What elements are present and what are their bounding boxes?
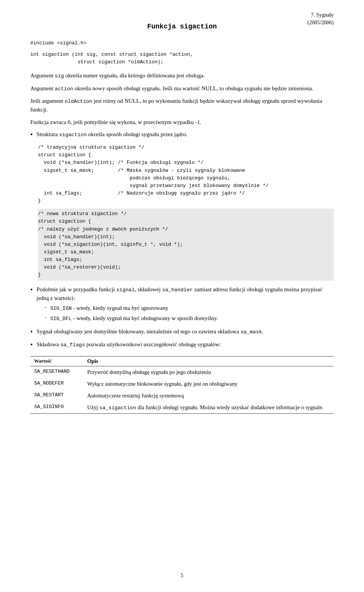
code-block-traditional: /* tradycyjna struktura sigaction */ str…	[38, 144, 334, 205]
bullet-dot-4: •	[30, 340, 33, 350]
bullet-item-4: • Składowa sa_flags pozwala użytkownikow…	[30, 340, 334, 350]
dash-2: -	[44, 314, 47, 322]
signal-code: signal	[116, 287, 135, 293]
sig-ign-code: SIG_IGN	[50, 306, 72, 311]
page: 7. Sygnały (2005/2006) Funkcja sigaction…	[0, 0, 364, 592]
page-header: 7. Sygnały (2005/2006)	[308, 11, 334, 26]
page-title: Funkcja sigaction	[30, 23, 334, 30]
table-cell-desc: Użyj sa_sigaction dla funkcji obsługi sy…	[83, 402, 334, 414]
page-number: 5	[181, 573, 184, 579]
paragraph-sig: Argument sig określa numer sygnału, dla …	[30, 71, 334, 80]
bullet-content-2: Podobnie jak w przypadku funkcji signal,…	[36, 285, 334, 324]
paragraph-action: Argument action określa nowy sposób obsł…	[30, 84, 334, 93]
bullet-content-4: Składowa sa_flags pozwala użytkownikowi …	[36, 340, 334, 349]
table-cell-desc: Wyłącz automatyczne blokowanie sygnału, …	[83, 378, 334, 390]
paragraph-return: Funkcja zwraca 0, jeśli pomyślnie się wy…	[30, 118, 334, 127]
table-cell-value: SA_RESTART	[30, 390, 83, 402]
include-line: #include <signal.h>	[30, 39, 334, 47]
table-row: SA_NODEFERWyłącz automatyczne blokowanie…	[30, 378, 334, 390]
dash-item-sig-ign: - SIG_IGN - wtedy, kiedy sygnał ma być i…	[44, 304, 334, 312]
header-line1: 7. Sygnały	[308, 11, 334, 19]
bullet-list-1: • Struktura sigaction określa sposób obs…	[30, 130, 334, 140]
dash-1: -	[44, 304, 47, 311]
dash-content-1: SIG_IGN - wtedy, kiedy sygnał ma być ign…	[50, 304, 168, 312]
sig-dfl-code: SIG_DFL	[50, 316, 72, 322]
paragraph-oldaction: Jeśli argument oldAction jest różny od N…	[30, 97, 334, 114]
bullet-list-2: • Podobnie jak w przypadku funkcji signa…	[30, 285, 334, 324]
table-row: SA_RESTARTAutomatycznie restartuj funkcj…	[30, 390, 334, 402]
bullet-dot-2: •	[30, 285, 33, 295]
code-block-new: /* nowa struktura sigaction */ struct si…	[38, 209, 334, 280]
dash-content-2: SIG_DFL - wtedy, kiedy sygnał ma być obs…	[50, 314, 218, 323]
sa-mask-code: sa_mask	[240, 329, 262, 335]
bullet-dot-1: •	[30, 130, 33, 140]
sa-flags-table: Wartość Opis SA_RESETHANDPrzywróć domyśl…	[30, 356, 334, 414]
sa-flags-code: sa_flags	[60, 342, 85, 348]
dash-list: - SIG_IGN - wtedy, kiedy sygnał ma być i…	[44, 304, 334, 323]
sa-sigaction-inline: sa_sigaction	[99, 405, 136, 411]
sigaction-inline-code: sigaction	[59, 132, 87, 138]
action-code: action	[55, 86, 73, 92]
col-header-desc: Opis	[83, 356, 334, 366]
bullet-content-3: Sygnał obsługiwany jest domyślnie blokow…	[36, 327, 334, 336]
table-cell-desc: Przywróć domyślną obsługę sygnału po jeg…	[83, 366, 334, 378]
header-line2: (2005/2006)	[308, 19, 334, 27]
bullet-dot-3: •	[30, 327, 33, 337]
bullet-list-4: • Składowa sa_flags pozwala użytkownikow…	[30, 340, 334, 350]
bullet-item-1: • Struktura sigaction określa sposób obs…	[30, 130, 334, 140]
table-cell-value: SA_SIGINFO	[30, 402, 83, 414]
oldaction-code: oldAction	[65, 99, 93, 104]
sig-code: sig	[55, 73, 64, 79]
bullet-content-1: Struktura sigaction określa sposób obsłu…	[36, 130, 334, 139]
table-header-row: Wartość Opis	[30, 356, 334, 366]
col-header-value: Wartość	[30, 356, 83, 366]
table-body: SA_RESETHANDPrzywróć domyślną obsługę sy…	[30, 366, 334, 414]
sa-handler-code: sa_handler	[162, 287, 193, 293]
table-row: SA_SIGINFOUżyj sa_sigaction dla funkcji …	[30, 402, 334, 414]
bullet-item-3: • Sygnał obsługiwany jest domyślnie blok…	[30, 327, 334, 337]
dash-item-sig-dfl: - SIG_DFL - wtedy, kiedy sygnał ma być o…	[44, 314, 334, 323]
table-cell-value: SA_RESETHAND	[30, 366, 83, 378]
table-cell-desc: Automatycznie restartuj funkcję systemow…	[83, 390, 334, 402]
bullet-item-2: • Podobnie jak w przypadku funkcji signa…	[30, 285, 334, 324]
table-row: SA_RESETHANDPrzywróć domyślną obsługę sy…	[30, 366, 334, 378]
bullet-list-3: • Sygnał obsługiwany jest domyślnie blok…	[30, 327, 334, 337]
table-cell-value: SA_NODEFER	[30, 378, 83, 390]
function-signature: int sigaction (int sig, const struct sig…	[30, 51, 334, 66]
